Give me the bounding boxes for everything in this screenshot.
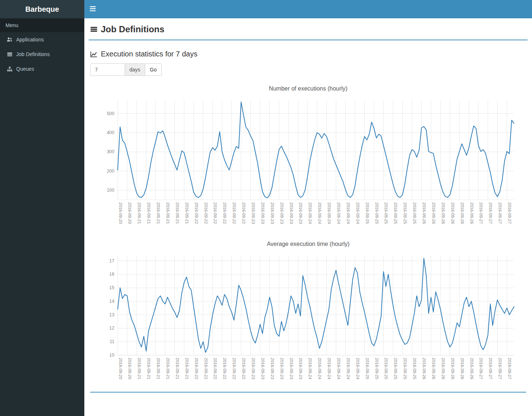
svg-text:2016-09-23: 2016-09-23	[260, 202, 265, 224]
days-addon-label: days	[125, 63, 145, 76]
days-form: days Go	[90, 63, 526, 76]
svg-text:2016-09-24: 2016-09-24	[337, 358, 341, 379]
sidebar-item-label: Job Definitions	[16, 51, 50, 57]
svg-text:2016-09-25: 2016-09-25	[365, 202, 369, 224]
page-header: Job Definitions	[89, 18, 528, 40]
svg-text:2016-09-24: 2016-09-24	[327, 202, 331, 224]
svg-text:2016-09-21: 2016-09-21	[184, 202, 189, 224]
svg-text:2016-09-24: 2016-09-24	[308, 202, 312, 224]
executions-chart-title: Number of executions (hourly)	[90, 85, 526, 92]
svg-text:2016-09-25: 2016-09-25	[374, 202, 379, 224]
svg-text:10: 10	[109, 353, 114, 358]
users-icon	[7, 37, 12, 43]
svg-text:2016-09-24: 2016-09-24	[355, 358, 360, 379]
svg-text:2016-09-20: 2016-09-20	[128, 202, 132, 224]
svg-text:2016-09-24: 2016-09-24	[337, 202, 341, 224]
line-chart-icon	[90, 51, 98, 58]
svg-text:2016-09-25: 2016-09-25	[393, 358, 398, 379]
svg-text:500: 500	[107, 111, 114, 116]
svg-text:300: 300	[107, 149, 114, 154]
svg-text:17: 17	[109, 258, 114, 264]
list-icon	[90, 26, 98, 33]
svg-text:2016-09-25: 2016-09-25	[384, 358, 388, 379]
svg-text:2016-09-26: 2016-09-26	[441, 358, 445, 379]
page-title: Job Definitions	[101, 24, 164, 34]
svg-text:2016-09-25: 2016-09-25	[403, 202, 407, 224]
svg-text:2016-09-22: 2016-09-22	[213, 202, 217, 224]
svg-text:2016-09-24: 2016-09-24	[327, 358, 331, 379]
svg-text:2016-09-25: 2016-09-25	[412, 358, 417, 379]
svg-text:2016-09-26: 2016-09-26	[422, 358, 426, 379]
svg-text:2016-09-26: 2016-09-26	[469, 202, 474, 224]
svg-text:2016-09-21: 2016-09-21	[175, 202, 179, 224]
svg-text:2016-09-21: 2016-09-21	[156, 358, 161, 379]
avg-time-chart-title: Average execution time (hourly)	[90, 241, 526, 247]
svg-text:2016-09-25: 2016-09-25	[365, 358, 369, 379]
app-root: Barbeque Menu	[0, 0, 532, 416]
svg-text:2016-09-26: 2016-09-26	[450, 202, 455, 224]
svg-text:100: 100	[107, 188, 114, 193]
svg-text:2016-09-27: 2016-09-27	[507, 358, 512, 379]
days-input[interactable]	[90, 63, 125, 76]
svg-text:2016-09-27: 2016-09-27	[479, 358, 483, 379]
panel-header: Execution statistics for 7 days	[90, 50, 526, 58]
bottom-divider	[90, 392, 526, 393]
executions-chart: 2016-09-202016-09-202016-09-212016-09-21…	[98, 95, 519, 231]
svg-text:2016-09-24: 2016-09-24	[346, 358, 350, 379]
svg-text:16: 16	[109, 272, 114, 277]
svg-text:2016-09-21: 2016-09-21	[147, 358, 151, 379]
svg-text:2016-09-25: 2016-09-25	[384, 202, 388, 224]
svg-text:2016-09-23: 2016-09-23	[251, 358, 255, 379]
svg-text:2016-09-23: 2016-09-23	[251, 202, 255, 224]
svg-text:2016-09-21: 2016-09-21	[175, 358, 179, 379]
sitemap-icon	[7, 66, 12, 72]
svg-text:2016-09-20: 2016-09-20	[118, 202, 122, 224]
svg-text:2016-09-23: 2016-09-23	[298, 358, 303, 379]
svg-text:2016-09-22: 2016-09-22	[242, 358, 246, 379]
avg-time-chart-block: Average execution time (hourly) 2016-09-…	[90, 241, 526, 387]
svg-text:400: 400	[107, 130, 114, 135]
svg-text:11: 11	[110, 339, 114, 344]
go-button[interactable]: Go	[145, 63, 162, 76]
svg-text:2016-09-23: 2016-09-23	[270, 202, 274, 224]
svg-text:2016-09-21: 2016-09-21	[184, 358, 189, 379]
sidebar-item-label: Queues	[16, 66, 34, 72]
sidebar-item-applications[interactable]: Applications	[0, 32, 84, 47]
table-icon	[7, 51, 12, 57]
svg-text:2016-09-23: 2016-09-23	[298, 202, 303, 224]
brand-logo[interactable]: Barbeque	[0, 0, 84, 18]
svg-text:2016-09-22: 2016-09-22	[203, 202, 208, 224]
svg-text:2016-09-20: 2016-09-20	[128, 358, 132, 379]
svg-text:2016-09-23: 2016-09-23	[279, 202, 284, 224]
svg-text:2016-09-24: 2016-09-24	[318, 202, 322, 224]
svg-text:2016-09-23: 2016-09-23	[260, 358, 265, 379]
svg-text:2016-09-25: 2016-09-25	[393, 202, 398, 224]
svg-text:2016-09-24: 2016-09-24	[355, 202, 360, 224]
svg-text:2016-09-26: 2016-09-26	[450, 358, 455, 379]
avg-time-chart: 2016-09-202016-09-202016-09-212016-09-21…	[98, 250, 519, 387]
svg-text:2016-09-26: 2016-09-26	[422, 202, 426, 224]
svg-text:13: 13	[109, 312, 114, 317]
svg-text:2016-09-22: 2016-09-22	[203, 358, 208, 379]
svg-text:2016-09-22: 2016-09-22	[232, 202, 236, 224]
sidebar-item-queues[interactable]: Queues	[0, 62, 84, 76]
svg-text:15: 15	[109, 285, 114, 290]
svg-text:2016-09-23: 2016-09-23	[270, 358, 274, 379]
sidebar-menu: Applications Job Definitions	[0, 32, 84, 76]
svg-text:2016-09-23: 2016-09-23	[289, 358, 293, 379]
svg-text:2016-09-24: 2016-09-24	[308, 358, 312, 379]
svg-text:2016-09-21: 2016-09-21	[147, 202, 151, 224]
sidebar-toggle-button[interactable]	[84, 0, 101, 18]
svg-text:2016-09-21: 2016-09-21	[165, 358, 170, 379]
svg-text:2016-09-21: 2016-09-21	[165, 202, 170, 224]
top-navbar: Barbeque	[0, 0, 532, 18]
svg-text:2016-09-27: 2016-09-27	[498, 202, 502, 224]
svg-text:2016-09-25: 2016-09-25	[374, 358, 379, 379]
svg-text:2016-09-22: 2016-09-22	[223, 202, 227, 224]
svg-text:2016-09-22: 2016-09-22	[213, 358, 217, 379]
svg-text:2016-09-26: 2016-09-26	[460, 202, 464, 224]
sidebar-item-job-definitions[interactable]: Job Definitions	[0, 47, 84, 62]
svg-text:2016-09-26: 2016-09-26	[441, 202, 445, 224]
svg-text:2016-09-24: 2016-09-24	[346, 202, 350, 224]
navbar	[84, 0, 532, 18]
